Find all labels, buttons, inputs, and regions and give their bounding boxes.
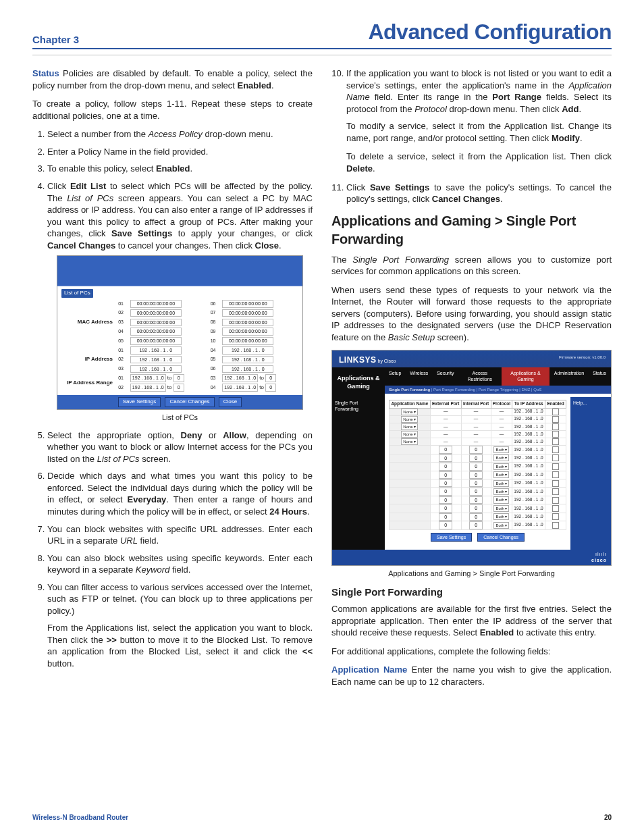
close-button[interactable]: Close (219, 397, 242, 407)
table-row: None———192 . 168 . 1 .0 (390, 431, 566, 438)
app-select[interactable]: None (401, 409, 418, 415)
ip-section-label: IP Address (61, 346, 114, 373)
table-row: 00Both192 . 168 . 1 .0 (390, 496, 566, 504)
listpc-title-bar: List of PCs (61, 289, 93, 298)
protocol-select[interactable]: Both (493, 446, 509, 453)
figure-caption-listpc: List of PCs (47, 413, 313, 423)
spf-table: Application Name External Port Internal … (389, 400, 566, 530)
policy-steps: Select a number from the Access Policy d… (32, 128, 313, 669)
cancel-changes-button[interactable]: Cancel Changes (165, 397, 214, 407)
step-11: Click Save Settings to save the policy's… (346, 182, 612, 205)
section-heading-spf: Applications and Gaming > Single Port Fo… (331, 212, 612, 249)
tab-status[interactable]: Status (589, 367, 611, 386)
subheading-spf: Single Port Forwarding (331, 585, 612, 599)
table-row: 00Both192 . 168 . 1 .0 (390, 471, 566, 479)
step-4: Click Edit List to select which PCs will… (47, 180, 313, 423)
ip-input[interactable]: 192 . 168 . 1 . 0 (130, 346, 182, 354)
table-row: None———192 . 168 . 1 .0 (390, 438, 566, 446)
chapter-label: Chapter 3 (32, 33, 79, 47)
iprange-section-label: IP Address Range (61, 373, 114, 392)
figure-caption-spf: Applications and Gaming > Single Port Fo… (331, 569, 612, 579)
table-row: 00Both192 . 168 . 1 .0 (390, 446, 566, 454)
enabled-checkbox[interactable] (552, 409, 559, 415)
table-row: 00Both192 . 168 . 1 .0 (390, 479, 566, 487)
table-row: None———192 . 168 . 1 .0 (390, 408, 566, 415)
router-tabs: Setup Wireless Security Access Restricti… (385, 367, 611, 386)
table-row: None———192 . 168 . 1 .0 (390, 423, 566, 430)
step-2: Enter a Policy Name in the field provide… (47, 146, 313, 158)
step-9: You can filter access to various service… (47, 581, 313, 670)
brand-logo: LINKSYS (339, 355, 377, 365)
step-5: Select the appropriate option, Deny or A… (47, 429, 313, 465)
mac-section-label: MAC Address (61, 299, 114, 346)
table-row: 00Both192 . 168 . 1 .0 (390, 513, 566, 521)
table-row: None———192 . 168 . 1 .0 (390, 415, 566, 423)
spf-p4: For additional applications, complete th… (331, 646, 612, 658)
router-side-label: Single Port Forwarding (332, 397, 385, 550)
mac-input[interactable]: 00:00:00:00:00:00 (222, 300, 273, 307)
router-save-button[interactable]: Save Settings (431, 533, 472, 542)
status-lead: Status (32, 68, 59, 78)
step-10: If the application you want to block is … (346, 68, 612, 174)
step-6: Decide which days and what times you wan… (47, 470, 313, 517)
tab-security[interactable]: Security (433, 367, 458, 386)
firmware-label: Firmware version: v1.00.0 (559, 355, 606, 360)
router-cancel-button[interactable]: Cancel Changes (477, 533, 525, 542)
table-row: 00Both192 . 168 . 1 .0 (390, 488, 566, 496)
step-3: To enable this policy, select Enabled. (47, 163, 313, 175)
left-column: Status Policies are disabled by default.… (32, 68, 313, 694)
table-row: 00Both192 . 168 . 1 .0 (390, 521, 566, 529)
figure-list-of-pcs: List of PCs MAC Address 0100:00:00:00:00… (57, 255, 303, 410)
tab-wireless[interactable]: Wireless (406, 367, 433, 386)
tab-admin[interactable]: Administration (550, 367, 589, 386)
policy-steps-cont: If the application you want to block is … (331, 68, 612, 205)
tab-apps-gaming[interactable]: Applications & Gaming (502, 367, 550, 386)
spf-p2: When users send these types of requests … (331, 284, 612, 344)
save-settings-button[interactable]: Save Settings (118, 397, 161, 407)
router-subtabs: Single Port Forwarding | Port Range Forw… (385, 386, 611, 394)
tab-access[interactable]: Access Restrictions (458, 367, 502, 386)
status-para: Status Policies are disabled by default.… (32, 68, 313, 91)
table-row: 00Both192 . 168 . 1 .0 (390, 454, 566, 462)
help-link[interactable]: Help... (573, 400, 587, 405)
listpc-button-row: Save Settings Cancel Changes Close (57, 395, 302, 409)
table-row: 00Both192 . 168 . 1 .0 (390, 463, 566, 471)
cisco-logo: ılıılıcisco (332, 550, 611, 565)
table-row: 00Both192 . 168 . 1 .0 (390, 504, 566, 513)
spf-p1: The Single Port Forwarding screen allows… (331, 254, 612, 278)
step-7: You can block websites with specific URL… (47, 523, 313, 547)
create-policy-para: To create a policy, follow steps 1-11. R… (32, 98, 313, 122)
footer-product: Wireless-N Broadband Router (32, 813, 128, 823)
page-title: Advanced Configuration (368, 18, 612, 47)
step-1: Select a number from the Access Policy d… (47, 128, 313, 140)
step-8: You can also block websites using specif… (47, 552, 313, 576)
mac-input[interactable]: 00:00:00:00:00:00 (130, 300, 182, 307)
tab-setup[interactable]: Setup (385, 367, 406, 386)
appname-para: Application Name Enter the name you wish… (331, 664, 612, 687)
footer-page-number: 20 (604, 813, 612, 823)
right-column: If the application you want to block is … (331, 68, 612, 694)
spf-p3: Common applications are available for th… (331, 603, 612, 639)
figure-spf-router: LINKSYSby Cisco Firmware version: v1.00.… (331, 350, 612, 565)
router-section-title: Applications & Gaming (332, 367, 385, 397)
